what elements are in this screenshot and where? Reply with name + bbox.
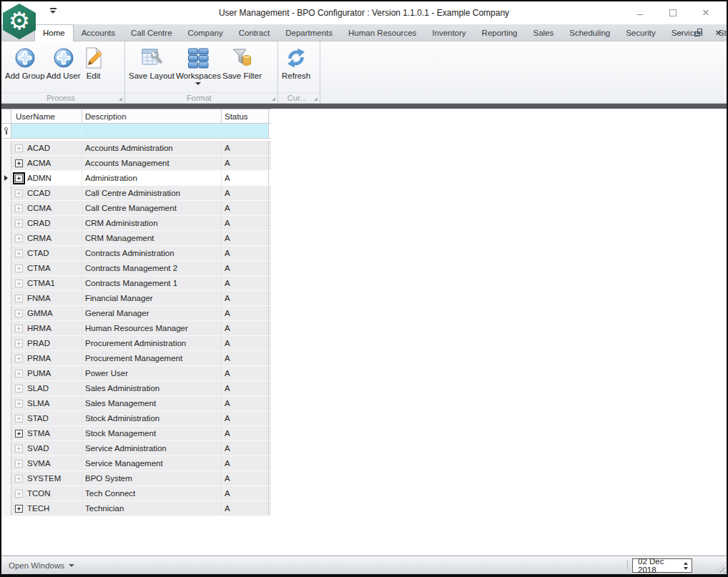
grid-row-ccma[interactable]: CCMACall Centre ManagementA (1, 201, 271, 216)
column-header-description[interactable]: Description (82, 109, 222, 123)
ribbon-group-format: Save LayoutWorkspacesSave FilterFormat (125, 41, 278, 103)
expand-button[interactable] (13, 277, 25, 290)
expand-button[interactable] (13, 337, 25, 350)
expand-button[interactable] (13, 157, 25, 169)
dialog-launcher-icon[interactable] (272, 97, 275, 101)
tab-departments[interactable]: Departments (277, 24, 340, 41)
resize-grip[interactable] (716, 563, 725, 573)
grid-row-ctma[interactable]: CTMAContracts Management 2A (1, 261, 271, 276)
expand-button[interactable] (13, 458, 25, 470)
expand-button[interactable] (13, 352, 25, 365)
tab-scheduling[interactable]: Scheduling (561, 24, 618, 41)
expand-button[interactable] (13, 428, 25, 440)
expand-button[interactable] (13, 292, 25, 305)
dialog-launcher-icon[interactable] (119, 97, 122, 101)
tab-sales[interactable]: Sales (525, 24, 561, 41)
expand-button[interactable] (13, 368, 25, 380)
expand-button[interactable] (13, 307, 25, 320)
expand-button[interactable] (13, 187, 25, 199)
grid-row-acma[interactable]: ACMAAccounts ManagementA (1, 156, 271, 171)
grid-row-fnma[interactable]: FNMAFinancial ManagerA (1, 291, 271, 306)
tab-home[interactable]: Home (34, 24, 74, 41)
spin-down-icon[interactable] (684, 567, 688, 570)
grid-row-svma[interactable]: SVMAService ManagementA (1, 456, 271, 471)
minimize-button[interactable]: – (624, 4, 656, 21)
expand-button[interactable] (13, 217, 25, 230)
expand-button[interactable] (13, 202, 25, 214)
open-windows-dropdown[interactable]: Open Windows (9, 556, 74, 574)
expand-button[interactable] (13, 262, 25, 275)
ribbon-button-add-group[interactable]: Add Group (5, 44, 45, 80)
grid-row-system[interactable]: SYSTEMBPO SystemA (1, 471, 271, 486)
tab-inventory[interactable]: Inventory (424, 24, 473, 41)
expand-button[interactable] (13, 142, 25, 154)
header-indicator-cell (1, 109, 11, 123)
ribbon-button-edit[interactable]: Edit (82, 44, 105, 80)
expand-button[interactable] (13, 232, 25, 245)
grid-row-slad[interactable]: SLADSales AdministrationA (1, 381, 271, 396)
expand-button[interactable] (13, 443, 25, 455)
filter-input-description[interactable] (82, 124, 222, 138)
row-indicator-cell (1, 216, 11, 230)
grid-row-ccad[interactable]: CCADCall Centre AdministrationA (1, 186, 271, 201)
ribbon-button-workspaces[interactable]: Workspaces (176, 44, 221, 85)
grid-row-ctma1[interactable]: CTMA1Contracts Management 1A (1, 276, 271, 291)
filter-input-username[interactable] (11, 124, 82, 138)
username-text: CCAD (27, 189, 51, 197)
filter-input-status[interactable] (222, 124, 269, 138)
filter-pin-icon (4, 127, 8, 134)
grid-row-crma[interactable]: CRMACRM ManagementA (1, 231, 271, 246)
grid-row-puma[interactable]: PUMAPower UserA (1, 366, 271, 381)
tab-human-resources[interactable]: Human Resources (340, 24, 424, 41)
grid-row-gmma[interactable]: GMMAGeneral ManagerA (1, 306, 271, 321)
tab-reporting[interactable]: Reporting (474, 24, 526, 41)
column-header-username[interactable]: UserName (11, 109, 82, 123)
column-header-status[interactable]: Status (222, 109, 269, 123)
expand-button[interactable] (13, 398, 25, 410)
expand-button[interactable] (13, 172, 25, 184)
mdi-restore-button[interactable] (694, 29, 702, 36)
username-text: STMA (27, 429, 50, 438)
grid-row-svad[interactable]: SVADService AdministrationA (1, 441, 271, 456)
tab-call-centre[interactable]: Call Centre (123, 24, 180, 41)
maximize-button[interactable] (656, 4, 689, 21)
tab-company[interactable]: Company (180, 24, 231, 41)
tab-contract[interactable]: Contract (231, 24, 277, 41)
expand-button[interactable] (13, 473, 25, 485)
grid-row-stma[interactable]: STMAStock ManagementA (1, 426, 271, 441)
ribbon-button-save-filter[interactable]: Save Filter (222, 44, 262, 80)
grid-row-prad[interactable]: PRADProcurement AdministrationA (1, 336, 271, 351)
grid-row-ctad[interactable]: CTADContracts AdministrationA (1, 246, 271, 261)
cell-status: A (222, 501, 269, 516)
workspaces-icon (187, 46, 210, 69)
grid-row-tech[interactable]: TECHTechnicianA (1, 501, 271, 516)
tab-accounts[interactable]: Accounts (74, 24, 123, 41)
cell-description: Service Management (82, 456, 222, 470)
expand-button[interactable] (13, 503, 25, 515)
grid-row-prma[interactable]: PRMAProcurement ManagementA (1, 351, 271, 366)
grid-row-tcon[interactable]: TCONTech ConnectA (1, 486, 271, 501)
mdi-close-button[interactable]: × (715, 28, 721, 37)
expand-button[interactable] (13, 322, 25, 335)
grid-row-stad[interactable]: STADStock AdministrationA (1, 411, 271, 426)
restore-icon (694, 31, 699, 36)
grid-row-hrma[interactable]: HRMAHuman Resources ManagerA (1, 321, 271, 336)
tab-security[interactable]: Security (618, 24, 664, 41)
ribbon-button-save-layout[interactable]: Save Layout (129, 44, 174, 80)
date-picker[interactable]: 02 Dec 2018 (632, 558, 692, 573)
ribbon-button-refresh[interactable]: Refresh (282, 44, 310, 80)
grid-row-crad[interactable]: CRADCRM AdministrationA (1, 216, 271, 231)
cell-status: A (222, 246, 269, 260)
expand-button[interactable] (13, 413, 25, 425)
ribbon-button-add-user[interactable]: Add User (46, 44, 81, 80)
grid-row-slma[interactable]: SLMASales ManagementA (1, 396, 271, 411)
expand-button[interactable] (13, 488, 25, 500)
grid-row-admn[interactable]: ADMNAdministrationA (1, 171, 271, 186)
mdi-minimize-button[interactable]: – (677, 28, 682, 37)
expand-button[interactable] (13, 247, 25, 260)
grid-row-acad[interactable]: ACADAccounts AdministrationA (1, 141, 271, 156)
expand-button[interactable] (13, 383, 25, 395)
spin-up-icon[interactable] (684, 562, 688, 565)
close-button[interactable]: × (689, 4, 722, 21)
dialog-launcher-icon[interactable] (314, 97, 318, 101)
